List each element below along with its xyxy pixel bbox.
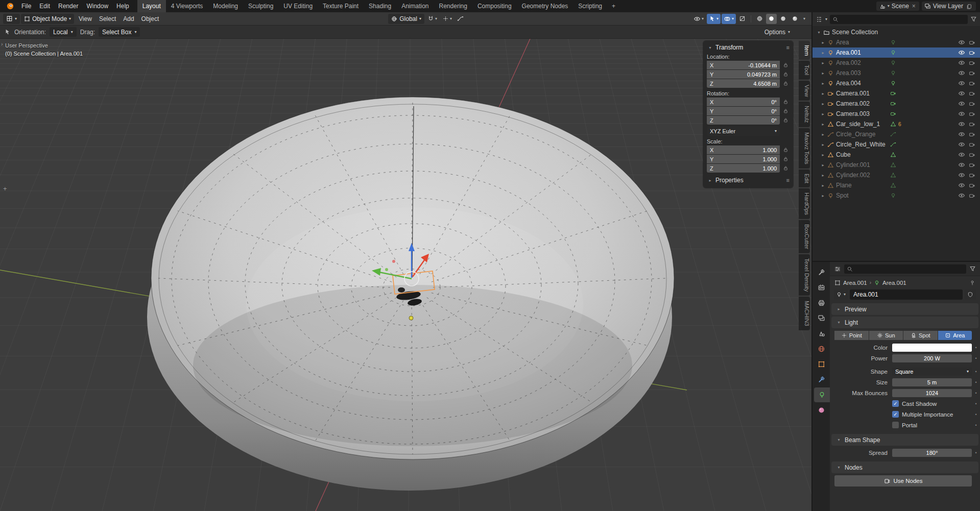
hide-in-viewport-eye-icon[interactable] — [958, 161, 965, 168]
drag-setting-dropdown[interactable]: Select Box ▾ — [99, 27, 140, 37]
disable-in-renders-camera-icon[interactable] — [968, 172, 976, 179]
workspace-tab[interactable]: Sculpting — [243, 0, 278, 12]
rotation-mode-dropdown[interactable]: XYZ Euler ▾ — [707, 127, 780, 136]
disable-in-renders-camera-icon[interactable] — [968, 152, 976, 158]
shading-options-dropdown[interactable]: ▾ — [801, 14, 807, 24]
breadcrumb-object[interactable]: Area.001 — [843, 280, 867, 286]
sidebar-tab[interactable]: Tool — [799, 61, 810, 79]
expand-caret-icon[interactable]: ▸ — [820, 173, 826, 178]
outliner-editor-type-icon[interactable] — [816, 16, 823, 23]
hide-in-viewport-eye-icon[interactable] — [958, 131, 965, 138]
add-workspace-button[interactable]: + — [607, 0, 620, 12]
rotation-field[interactable]: X0° — [707, 98, 780, 106]
3d-scene[interactable] — [0, 39, 811, 511]
lock-icon[interactable] — [781, 147, 790, 153]
disable-in-renders-camera-icon[interactable] — [968, 131, 976, 138]
hide-in-viewport-eye-icon[interactable] — [958, 141, 965, 148]
workspace-tab[interactable]: 4 Viewports — [166, 0, 208, 12]
lock-icon[interactable] — [781, 108, 790, 114]
hide-in-viewport-eye-icon[interactable] — [958, 49, 965, 56]
expand-caret-icon[interactable]: ▸ — [820, 102, 826, 106]
animate-dot-icon[interactable]: • — [972, 356, 980, 361]
workspace-tab[interactable]: Geometry Nodes — [517, 0, 573, 12]
transform-orientation-dropdown[interactable]: Global ▾ — [388, 14, 424, 24]
outliner-object-row[interactable]: ▸ Area.002 — [812, 58, 980, 68]
outliner-search-input[interactable] — [830, 15, 968, 24]
transform-panel-header[interactable]: ▾ Transform ≡ — [707, 44, 790, 51]
properties-tab-object-data[interactable] — [814, 387, 830, 402]
disable-in-renders-camera-icon[interactable] — [968, 50, 976, 56]
viewport-menu[interactable]: Select — [95, 15, 119, 22]
show-gizmo-button[interactable]: ▾ — [707, 14, 721, 24]
expand-caret-icon[interactable]: ▾ — [816, 30, 822, 35]
editor-type-button[interactable]: ▾ — [3, 14, 20, 24]
hide-in-viewport-eye-icon[interactable] — [958, 182, 965, 189]
menubar-menu[interactable]: File — [17, 0, 35, 12]
workspace-tab[interactable]: Compositing — [472, 0, 517, 12]
workspace-tab[interactable]: Texture Paint — [318, 0, 364, 12]
expand-caret-icon[interactable]: ▸ — [820, 142, 826, 147]
view-layer-selector[interactable]: View Layer — [922, 2, 976, 11]
scale-field[interactable]: Z1.000 — [707, 164, 780, 173]
viewport-menu[interactable]: Object — [138, 15, 163, 22]
animate-dot-icon[interactable]: • — [972, 401, 980, 406]
properties-tab-world[interactable] — [812, 342, 830, 356]
sidebar-tab[interactable]: MACHIN3 — [799, 297, 810, 330]
sidebar-tab[interactable]: HardOps — [799, 188, 810, 219]
viewport-menu[interactable]: View — [75, 15, 95, 22]
properties-tab-object[interactable] — [812, 357, 830, 372]
scene-collection-row[interactable]: ▾ Scene Collection — [812, 27, 980, 37]
datablock-name-field[interactable]: Area.001 — [850, 289, 963, 300]
disable-in-renders-camera-icon[interactable] — [968, 101, 976, 107]
hide-in-viewport-eye-icon[interactable] — [958, 69, 965, 77]
lock-icon[interactable] — [781, 81, 790, 86]
properties-tab-scene[interactable] — [812, 326, 830, 341]
workspace-tab[interactable]: Scripting — [573, 0, 607, 12]
pin-icon[interactable] — [969, 279, 975, 286]
max-bounces-field[interactable]: 1024 — [892, 389, 972, 397]
animate-dot-icon[interactable]: • — [972, 450, 980, 455]
shading-rendered-button[interactable] — [790, 14, 800, 24]
sidebar-tab[interactable]: View — [799, 81, 810, 101]
menubar-menu[interactable]: Help — [112, 0, 133, 12]
location-field[interactable]: X-0.10644 m — [707, 61, 780, 69]
outliner-object-row[interactable]: ▸ Camera.001 — [812, 88, 980, 99]
snapping-toggle[interactable]: ▾ — [425, 14, 439, 24]
hide-in-viewport-eye-icon[interactable] — [958, 90, 965, 97]
outliner-object-row[interactable]: ▸ Area.004 — [812, 78, 980, 88]
light-color-swatch[interactable] — [892, 344, 972, 352]
outliner-object-row[interactable]: ▸ Circle_Orange — [812, 129, 980, 139]
expand-caret-icon[interactable]: ▸ — [820, 112, 826, 116]
outliner-object-row[interactable]: ▸ Camera.003 — [812, 109, 980, 119]
disable-in-renders-camera-icon[interactable] — [968, 70, 976, 77]
light-type-button[interactable]: Point — [834, 331, 869, 340]
animate-dot-icon[interactable]: • — [972, 369, 980, 374]
properties-tab-material[interactable] — [812, 403, 830, 418]
light-size-field[interactable]: 5 m — [892, 378, 972, 386]
properties-tab-tool[interactable] — [812, 265, 830, 280]
workspace-tab[interactable]: UV Editing — [278, 0, 318, 12]
portal-checkbox[interactable] — [892, 422, 899, 428]
multiple-importance-checkbox[interactable] — [892, 411, 899, 418]
sidebar-tab[interactable]: Item — [799, 41, 810, 60]
expand-caret-icon[interactable]: ▸ — [820, 61, 826, 65]
expand-caret-icon[interactable]: ▸ — [820, 51, 826, 55]
lock-icon[interactable] — [781, 99, 790, 105]
workspace-tab[interactable]: Animation — [396, 0, 434, 12]
disable-in-renders-camera-icon[interactable] — [968, 111, 976, 117]
viewport-menu[interactable]: Add — [119, 15, 137, 22]
rotation-field[interactable]: Z0° — [707, 116, 780, 125]
animate-dot-icon[interactable]: • — [972, 380, 980, 385]
disable-in-renders-camera-icon[interactable] — [968, 60, 976, 66]
lock-icon[interactable] — [781, 165, 790, 171]
disable-in-renders-camera-icon[interactable] — [968, 141, 976, 148]
expand-caret-icon[interactable]: ▸ — [820, 183, 826, 188]
hide-in-viewport-eye-icon[interactable] — [958, 192, 965, 199]
outliner-object-row[interactable]: ▸ Area.001 — [812, 47, 980, 58]
properties-search-input[interactable] — [844, 264, 966, 274]
cast-shadow-checkbox[interactable] — [892, 400, 899, 407]
menubar-menu[interactable]: Window — [82, 0, 112, 12]
breadcrumb-data[interactable]: Area.001 — [882, 280, 906, 286]
animate-dot-icon[interactable]: • — [972, 345, 980, 350]
workspace-tab[interactable]: Rendering — [434, 0, 472, 12]
